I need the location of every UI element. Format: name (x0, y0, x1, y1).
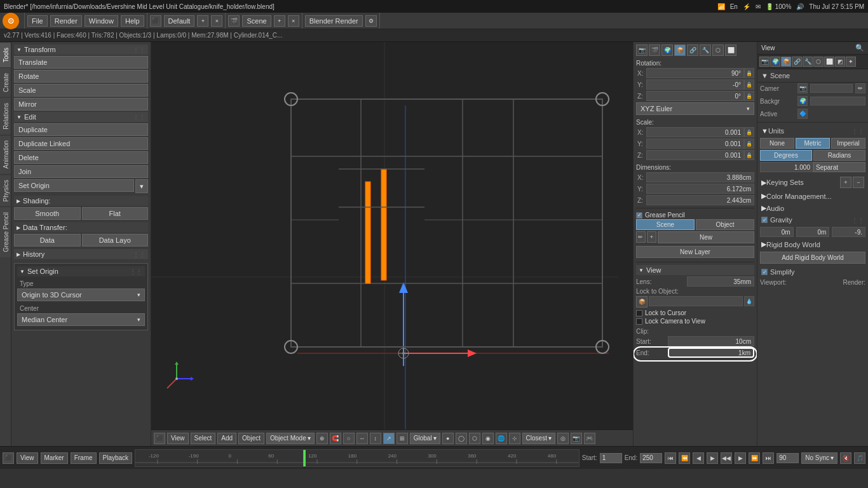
data-icon[interactable]: ⬡ (712, 44, 724, 56)
particles-tab[interactable]: ✦ (846, 57, 856, 67)
lock-to-obj-icon[interactable]: 📦 (636, 296, 648, 308)
mirror-btn[interactable]: Mirror (14, 98, 148, 111)
audio-header[interactable]: ▶ Audio (757, 202, 868, 214)
prev-frame-btn[interactable]: ◀ (693, 452, 704, 464)
outline-search-icon[interactable]: 🔍 (855, 44, 864, 52)
global-selector[interactable]: Global ▾ (410, 433, 440, 444)
snap-icon[interactable]: ⊹ (509, 433, 520, 444)
scale-x-value[interactable]: 0.001 (646, 127, 744, 137)
object-menu-btn[interactable]: Object (238, 433, 264, 444)
scene-tab[interactable]: 🌍 (770, 57, 780, 67)
simplify-checkbox[interactable]: ✓ (761, 269, 768, 275)
start-frame-input[interactable]: 1 (600, 453, 622, 463)
audio-scrub-btn[interactable]: 🎵 (854, 452, 865, 464)
scale-x-lock[interactable]: 🔒 (744, 127, 754, 137)
rotation-z-lock[interactable]: 🔒 (744, 91, 754, 101)
end-frame-input[interactable]: 250 (640, 453, 662, 463)
gravity-header[interactable]: ✓ Gravity ⋮⋮ (757, 214, 868, 226)
world-props-icon[interactable]: 🌍 (661, 44, 673, 56)
rotation-y-lock[interactable]: 🔒 (744, 79, 754, 90)
viewport-icon[interactable]: ⬛ (154, 433, 165, 444)
rotation-x-lock[interactable]: 🔒 (744, 68, 754, 78)
scale-btn[interactable]: Scale (14, 84, 148, 97)
imperial-btn[interactable]: Imperial (831, 138, 865, 149)
modifiers-icon[interactable]: 🔧 (700, 44, 711, 56)
scene-icon[interactable]: 🎬 (228, 15, 240, 27)
lock-camera-checkbox[interactable] (636, 318, 642, 325)
material-icon[interactable]: ⬜ (725, 44, 736, 56)
transform-icons3[interactable]: ↗ (383, 433, 395, 444)
gp-pencil-icon[interactable]: ✏ (636, 231, 646, 243)
scene-tab-btn[interactable]: Scene (636, 219, 695, 230)
next-keyframe-btn[interactable]: ⏩ (749, 452, 760, 464)
grease-pencil-checkbox[interactable]: ✓ (636, 212, 642, 219)
duplicate-linked-btn[interactable]: Duplicate Linked (14, 137, 148, 150)
color-management-header[interactable]: ▶ Color Management... (757, 190, 868, 202)
scene-props-icon[interactable]: 🎬 (649, 44, 660, 56)
blender-logo[interactable]: ⊙ (3, 13, 19, 29)
texture-tab[interactable]: ◩ (835, 57, 845, 67)
lock-to-cursor-checkbox[interactable] (636, 310, 642, 316)
background-field[interactable] (810, 97, 865, 105)
keying-sets-header[interactable]: ▶ Keying Sets + − (757, 175, 868, 190)
scale-z-value[interactable]: 0.001 (646, 150, 744, 160)
global-local-icon[interactable]: ⊞ (397, 433, 408, 444)
metric-btn[interactable]: Metric (796, 138, 830, 149)
game-logic[interactable]: 🎮 (584, 433, 595, 444)
help-menu[interactable]: Help (121, 15, 144, 27)
window-menu[interactable]: Window (85, 15, 118, 27)
lock-to-obj-eyedrop[interactable]: 💧 (744, 296, 754, 306)
dim-x-value[interactable]: 3.888cm (646, 172, 754, 182)
scale-y-value[interactable]: 0.001 (646, 139, 744, 149)
modifiers-tab[interactable]: 🔧 (803, 57, 813, 67)
tab-relations[interactable]: Relations (0, 97, 11, 135)
constraints-tab[interactable]: 🔗 (792, 57, 802, 67)
tab-create[interactable]: Create (0, 67, 11, 97)
flat-btn[interactable]: Flat (82, 207, 149, 220)
set-origin-dropdown[interactable]: ▾ (135, 179, 148, 193)
constraints-icon[interactable]: 🔗 (687, 44, 698, 56)
layout-selector[interactable]: Default (164, 15, 195, 27)
dim-z-value[interactable]: 2.443cm (646, 195, 754, 205)
jump-start-btn[interactable]: ⏮ (665, 452, 676, 464)
object-tab[interactable]: 📦 (781, 57, 791, 67)
simplify-header[interactable]: ✓ Simplify (757, 266, 868, 278)
keying-remove[interactable]: − (853, 177, 864, 188)
camera-field[interactable] (810, 84, 853, 93)
euler-dropdown[interactable]: XYZ Euler ▾ (636, 102, 754, 115)
transform-section-header[interactable]: ▼ Transform ⋮⋮ (14, 44, 148, 55)
current-frame-input[interactable]: 90 (776, 453, 799, 463)
delete-btn[interactable]: Delete (14, 151, 148, 164)
new-gp-btn[interactable]: New (658, 231, 754, 243)
gp-add-icon[interactable]: + (647, 231, 656, 243)
clip-end-value[interactable]: 1km (668, 348, 754, 358)
render-props-icon[interactable]: 📷 (636, 44, 648, 56)
separate-field[interactable]: Separat (813, 162, 865, 172)
rigid-body-header[interactable]: ▶ Rigid Body World (757, 238, 868, 250)
set-origin-btn[interactable]: Set Origin (14, 179, 134, 192)
units-scale-value[interactable]: 1.000 (760, 162, 813, 172)
scale-y-lock[interactable]: 🔒 (744, 139, 754, 149)
render-mode-texture[interactable]: ⬡ (469, 433, 480, 444)
keying-add[interactable]: + (840, 177, 851, 188)
camera-pencil[interactable]: ✏ (855, 83, 865, 93)
jump-end-btn[interactable]: ⏭ (763, 452, 774, 464)
duplicate-btn[interactable]: Duplicate (14, 123, 148, 136)
render-mode-solid[interactable]: ● (442, 433, 454, 444)
select-menu-btn[interactable]: Select (191, 433, 216, 444)
gravity-val2[interactable]: 0m (796, 227, 830, 237)
layout-icon[interactable]: ⬛ (150, 15, 161, 27)
gravity-checkbox[interactable]: ✓ (761, 217, 768, 223)
sync-selector[interactable]: No Sync ▾ (801, 452, 837, 464)
render-tab[interactable]: 📷 (759, 57, 770, 67)
data-layout-btn[interactable]: Data Layo (82, 234, 149, 247)
camera-icon-btn[interactable]: 📷 (797, 83, 808, 93)
none-btn[interactable]: None (760, 138, 794, 149)
timeline-view-btn[interactable]: View (17, 452, 38, 464)
dim-y-value[interactable]: 6.172cm (646, 184, 754, 194)
add-rigid-body-btn[interactable]: Add Rigid Body World (760, 252, 865, 264)
set-origin-panel-header[interactable]: ▼ Set Origin ⋮⋮ (17, 266, 145, 276)
history-section-header[interactable]: ▶ History ⋮⋮ (14, 249, 148, 259)
snap-type-selector[interactable]: Closest ▾ (522, 433, 555, 444)
layout-remove[interactable]: × (211, 15, 222, 27)
